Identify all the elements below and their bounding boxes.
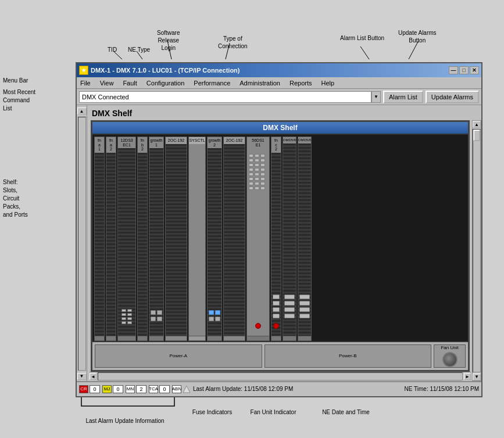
slot-fn-b-2[interactable]: fnb2 xyxy=(137,137,148,341)
slot-fn-b-2-label: fnb2 xyxy=(141,137,144,153)
slot-fn-b-2-foot xyxy=(138,336,147,340)
slot-sysctrl-foot xyxy=(189,336,205,340)
slot-growth-1[interactable]: growth1 xyxy=(149,137,164,341)
v-scroll-up-btn[interactable]: ▲ xyxy=(473,121,481,128)
slot-oc192-1[interactable]: 2OC-192 xyxy=(165,137,187,341)
menu-help[interactable]: Help xyxy=(320,80,336,87)
slot-growth-2-body xyxy=(208,148,221,336)
slot-growth-2[interactable]: growth2 xyxy=(207,137,222,341)
toolbar: DMX Connected ▼ Alarm List Update Alarms xyxy=(77,89,481,105)
slot-omd5-8-1-body xyxy=(283,143,296,336)
slot-oc192-2-label: 2OC-192 xyxy=(226,137,242,144)
slot-fn-a-1-label: fna1 xyxy=(98,137,101,153)
slot-fn-a-1-foot xyxy=(95,336,104,340)
slot-56ds1-label: 56DS1E1 xyxy=(252,137,264,148)
shelf-slots: fna1 fna2 xyxy=(92,135,468,341)
horizontal-scrollbar[interactable]: ◄ ► xyxy=(90,372,471,381)
maximize-button[interactable]: □ xyxy=(459,66,469,74)
slot-56ds1-e1[interactable]: 56DS1E1 xyxy=(246,137,270,341)
slot-growth-1-foot xyxy=(149,336,163,340)
slot-12ds3-label: 12DS3EC1 xyxy=(120,137,133,148)
v-scroll-track xyxy=(473,129,481,372)
menu-configuration[interactable]: Configuration xyxy=(145,80,185,87)
cr-alarm-box: CR xyxy=(79,385,88,393)
fuse-indicator-fn-c xyxy=(273,323,279,329)
bottom-label-ne-date: NE Date and Time xyxy=(308,403,384,424)
nav-scroll-up[interactable]: ▲ xyxy=(77,107,87,114)
v-scroll-down-btn[interactable]: ▼ xyxy=(473,374,481,380)
slot-sysctrl[interactable]: SYSCTL xyxy=(188,137,206,341)
growth1-connectors xyxy=(151,310,162,321)
alarm-list-btn-label: Alarm List Button xyxy=(340,35,384,41)
slot-fn-c-2-label: fnc2 xyxy=(274,137,278,153)
shelf-graphic-wrapper: DMX Shelf fna1 xyxy=(90,120,471,381)
slot-oc192-2-body xyxy=(224,144,245,336)
slot-omd5-8-1[interactable]: OMD5/8 xyxy=(283,137,296,341)
menu-administration[interactable]: Administration xyxy=(238,80,281,87)
slot-fn-b-2-body xyxy=(138,153,147,336)
shelf-graphic: DMX Shelf fna1 xyxy=(91,120,470,372)
bottom-brace-svg xyxy=(76,394,279,412)
menu-view[interactable]: View xyxy=(99,80,115,87)
slot-omd5-8-2-body xyxy=(298,143,311,336)
update-alarms-btn-label: Update AlarmsButton xyxy=(398,29,437,44)
abn-alarm-box: ABN xyxy=(172,385,181,393)
slot-56ds1-body xyxy=(247,148,269,336)
fuse-indicator-ds1 xyxy=(255,323,261,329)
h-scroll-right-btn[interactable]: ► xyxy=(464,373,471,380)
menu-reports[interactable]: Reports xyxy=(288,80,313,87)
close-button[interactable]: ✕ xyxy=(470,66,479,74)
slot-fn-a-2[interactable]: fna2 xyxy=(106,137,116,341)
fan-spinner-icon xyxy=(442,352,457,367)
slot-oc192-2[interactable]: 2OC-192 xyxy=(223,137,245,341)
mn-alarm-count: 2 xyxy=(136,385,146,393)
power-a-unit: Power-A xyxy=(95,344,262,368)
slot-12ds3-connectors xyxy=(121,309,132,324)
slot-12ds3-body xyxy=(118,148,135,336)
slot-12ds3-ec1[interactable]: 12DS3EC1 xyxy=(117,137,136,341)
most-recent-side-label: Most RecentCommandList xyxy=(3,88,35,113)
power-b-unit: Power-B xyxy=(264,344,432,368)
update-alarms-button[interactable]: Update Alarms xyxy=(426,91,479,103)
app-icon: ★ xyxy=(79,66,88,75)
h-scroll-left-btn[interactable]: ◄ xyxy=(90,373,96,380)
nav-scroll-down[interactable]: ▼ xyxy=(77,373,87,380)
slot-56ds1-foot xyxy=(247,336,269,340)
minimize-button[interactable]: — xyxy=(449,66,458,74)
type-connection-label: Type ofConnection xyxy=(218,35,248,50)
slot-growth-1-body xyxy=(149,148,163,336)
menu-performance[interactable]: Performance xyxy=(192,80,231,87)
main-window: ★ DMX-1 - DMX 7.1.0 - LUC01 - (TCP/IP Co… xyxy=(76,62,482,397)
v-scroll-thumb[interactable] xyxy=(473,130,480,141)
slot-12ds3-foot xyxy=(118,336,135,340)
shelf-title: DMX Shelf xyxy=(90,107,481,120)
menu-file[interactable]: File xyxy=(79,80,92,87)
fn-c-2-ports xyxy=(273,295,280,318)
alarm-list-button[interactable]: Alarm List xyxy=(383,91,423,103)
main-content: DMX Shelf DMX Shelf fna1 xyxy=(87,105,481,381)
slot-fn-a-1[interactable]: fna1 xyxy=(94,137,105,341)
mn-alarm-indicator: MN 2 xyxy=(126,385,146,393)
slot-fn-c-2-body xyxy=(271,153,281,336)
slot-fn-c-2[interactable]: fnc2 xyxy=(271,137,281,341)
combo-dropdown-arrow[interactable]: ▼ xyxy=(371,91,381,103)
left-nav-panel: ▲ ▼ xyxy=(77,105,87,381)
menu-fault[interactable]: Fault xyxy=(121,80,138,87)
slot-omd5-8-2[interactable]: OMD5/8 xyxy=(298,137,312,341)
shelf-inner-title: DMX Shelf xyxy=(92,122,468,135)
status-combo[interactable]: DMX Connected xyxy=(79,91,371,103)
svg-line-4 xyxy=(360,46,369,59)
ne-time-text: NE Time: 11/15/08 12:10 PM xyxy=(405,386,479,392)
tca-alarm-indicator: TCA 0 xyxy=(149,385,170,393)
slot-omd5-8-2-label: OMD5/8 xyxy=(298,137,311,143)
menu-bar-side-label: Menu Bar xyxy=(3,77,28,85)
tca-alarm-box: TCA xyxy=(149,385,158,393)
slot-growth-1-label: growth1 xyxy=(150,137,162,148)
abn-triangle-icon xyxy=(183,385,191,393)
omd2-ports xyxy=(299,295,310,318)
fan-unit-label: Fan Unit xyxy=(441,345,458,351)
content-area: ▲ ▼ DMX Shelf DMX Shelf xyxy=(77,105,481,381)
last-alarm-update-text: Last Alarm Update: 11/15/08 12:09 PM xyxy=(193,386,402,392)
slot-fn-a-2-label: fna2 xyxy=(109,137,113,153)
svg-marker-6 xyxy=(183,386,190,393)
